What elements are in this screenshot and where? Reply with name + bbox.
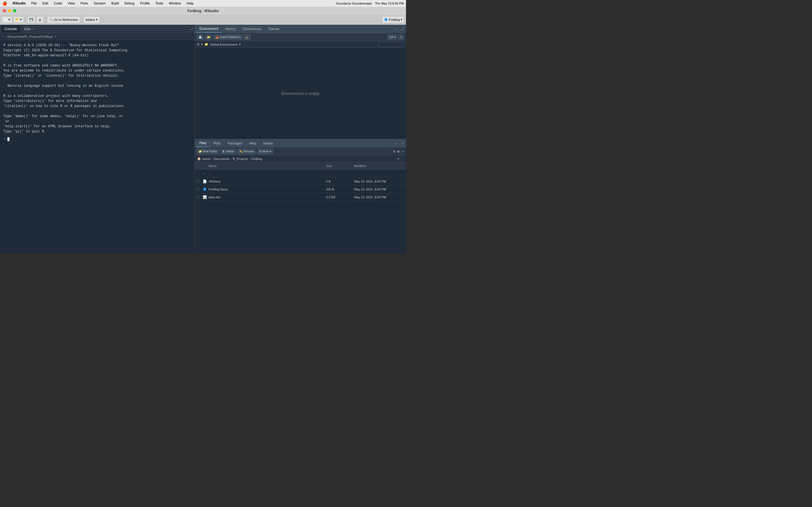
files-right-controls: ↻ ⊕ ⋯ xyxy=(393,150,404,154)
tab-connections[interactable]: Connections xyxy=(239,25,265,33)
file-icon-rproj: 🔷 xyxy=(203,187,207,191)
console-line-14 xyxy=(3,109,191,114)
menu-code[interactable]: Code xyxy=(53,1,63,5)
view-mode-select[interactable]: List ▾ xyxy=(388,34,397,40)
env-right-controls: List ▾ ↻ xyxy=(388,34,404,40)
console-line-13: 'citation()' on how to cite R or R packa… xyxy=(3,104,191,109)
menu-debug[interactable]: Debug xyxy=(123,1,136,5)
breadcrumb-forblog[interactable]: ForBlog xyxy=(251,157,262,161)
tab-history[interactable]: History xyxy=(222,25,239,33)
more-button[interactable]: ⚙ More ▾ xyxy=(257,149,273,154)
files-pane: Files Plots Packages Help Viewer — ⤢ xyxy=(195,139,406,253)
go-up-row[interactable]: ↑ .. xyxy=(195,170,406,177)
env-empty-message: Environment is empty xyxy=(195,48,406,139)
breadcrumb-right-icon-1[interactable]: ⊕ xyxy=(397,157,400,161)
files-refresh-icon[interactable]: ↻ xyxy=(393,150,396,154)
env-search-input[interactable] xyxy=(378,42,404,47)
toolbar-separator-3 xyxy=(82,17,82,22)
minimize-button[interactable] xyxy=(8,9,11,12)
tab-console[interactable]: Console xyxy=(1,25,20,33)
file-checkbox-xlsx[interactable] xyxy=(196,195,199,199)
header-name[interactable]: Name xyxy=(208,164,326,168)
file-size-rhistory: 0 B xyxy=(326,180,354,183)
env-toolbar: 💾 📂 📥 Import Dataset ▾ 🧹 List ▾ ↻ xyxy=(195,33,406,41)
breadcrumb-rprojects[interactable]: R_Projects xyxy=(233,157,248,161)
go-to-file-button[interactable]: 🔍 Go to file/function xyxy=(47,16,80,23)
breadcrumb-bar: 🏠 Home › Documents › R_Projects › ForBlo… xyxy=(195,156,406,162)
menu-plots[interactable]: Plots xyxy=(80,1,89,5)
file-modified-xlsx: May 13, 2021, 8:04 PM xyxy=(354,195,405,199)
sep-1: › xyxy=(212,157,213,161)
header-size[interactable]: Size xyxy=(326,164,354,168)
tab-tutorial[interactable]: Tutorial xyxy=(265,25,283,33)
console-tab-bar: Console Jobs ✕ ⤢ xyxy=(0,25,195,33)
mac-menubar: 🍎 RStudio File Edit Code View Plots Sess… xyxy=(0,0,406,7)
open-button[interactable]: 📂 ▾ xyxy=(13,16,24,23)
header-modified[interactable]: Modified xyxy=(354,164,405,168)
jobs-close-icon[interactable]: ✕ xyxy=(33,27,35,31)
save-button[interactable]: 💾 xyxy=(28,16,35,23)
main-toolbar: 📄 ▾ 📂 ▾ 💾 🖨 🔍 Go to file/function Addins… xyxy=(0,15,406,25)
menu-tools[interactable]: Tools xyxy=(154,1,164,5)
rename-button[interactable]: ✏️ Rename xyxy=(237,149,256,154)
save-env-button[interactable]: 💾 xyxy=(197,34,204,40)
tab-environment[interactable]: Environment xyxy=(196,25,221,33)
files-maximize-icon[interactable]: ⤢ xyxy=(400,141,405,145)
r-dropdown-icon[interactable]: ▾ xyxy=(201,43,203,46)
tab-plots[interactable]: Plots xyxy=(210,140,224,147)
tab-packages[interactable]: Packages xyxy=(224,140,246,147)
console-prompt[interactable]: > xyxy=(3,136,191,142)
datetime: Thu May 13 8:05 PM xyxy=(375,2,404,5)
addins-button[interactable]: Addins ▾ xyxy=(84,16,100,23)
env-maximize-icon[interactable]: ⤢ xyxy=(400,27,405,31)
menu-help[interactable]: Help xyxy=(186,1,195,5)
menu-build[interactable]: Build xyxy=(110,1,120,5)
files-minimize-icon[interactable]: — xyxy=(394,141,399,145)
tab-help[interactable]: Help xyxy=(246,140,260,147)
console-line-16: or xyxy=(3,119,191,124)
load-env-button[interactable]: 📂 xyxy=(205,34,212,40)
import-dataset-button[interactable]: 📥 Import Dataset ▾ xyxy=(213,34,243,40)
clear-env-button[interactable]: 🧹 xyxy=(244,34,251,40)
environment-pane: Environment History Connections Tutorial… xyxy=(195,25,406,139)
menu-profile[interactable]: Profile xyxy=(139,1,151,5)
menu-session[interactable]: Session xyxy=(93,1,107,5)
global-env-dropdown-icon[interactable]: ▾ xyxy=(239,43,241,46)
breadcrumb-documents[interactable]: Documents xyxy=(214,157,230,161)
project-button[interactable]: 🔷 ForBlog ▾ xyxy=(382,16,404,23)
console-line-15: Type 'demo()' for some demos, 'help()' f… xyxy=(3,114,191,119)
files-menu-icon[interactable]: ⋯ xyxy=(401,150,404,154)
right-panel: Environment History Connections Tutorial… xyxy=(195,25,406,253)
new-script-button[interactable]: 📄 ▾ xyxy=(2,16,12,23)
console-maximize-icon[interactable]: ⤢ xyxy=(190,27,193,31)
close-button[interactable] xyxy=(3,9,6,12)
console-line-3: Platform: x86_64-apple-darwin17.0 (64-bi… xyxy=(3,53,191,58)
breadcrumb-home[interactable]: Home xyxy=(202,157,210,161)
breadcrumb-right-icon-2[interactable]: ⋯ xyxy=(401,157,404,161)
menu-edit[interactable]: Edit xyxy=(41,1,49,5)
console-line-17: 'help.start()' for an HTML browser inter… xyxy=(3,124,191,129)
file-row-rproj[interactable]: 🔷 ForBlog.Rproj 205 B May 13, 2021, 8:04… xyxy=(195,185,406,193)
tab-jobs[interactable]: Jobs ✕ xyxy=(20,25,38,33)
tab-viewer[interactable]: Viewer xyxy=(260,140,276,147)
file-row-rhistory[interactable]: 📄 .Rhistory 0 B May 13, 2021, 8:03 PM xyxy=(195,177,406,185)
refresh-env-button[interactable]: ↻ xyxy=(398,34,404,40)
files-extra-icon[interactable]: ⊕ xyxy=(397,150,400,154)
menu-view[interactable]: View xyxy=(66,1,76,5)
console-line-5: R is free software and comes with ABSOLU… xyxy=(3,63,191,68)
env-minimize-icon[interactable]: — xyxy=(394,27,399,31)
new-folder-button[interactable]: 📁 New Folder xyxy=(197,149,219,154)
tab-files[interactable]: Files xyxy=(196,140,210,147)
print-button[interactable]: 🖨 xyxy=(36,16,43,23)
menu-file[interactable]: File xyxy=(30,1,38,5)
file-checkbox-rproj[interactable] xyxy=(196,187,199,191)
main-layout: Console Jobs ✕ ⤢ ~ ~/Documents/R_Project… xyxy=(0,25,406,253)
menu-window[interactable]: Window xyxy=(168,1,182,5)
path-link-icon[interactable]: ↗ xyxy=(54,35,56,38)
menu-rstudio[interactable]: RStudio xyxy=(11,1,27,5)
delete-button[interactable]: 🗑 Delete xyxy=(220,149,236,154)
file-checkbox-rhistory[interactable] xyxy=(196,180,199,183)
file-row-xlsx[interactable]: 📊 data.xlsx 9.2 KB May 13, 2021, 8:04 PM xyxy=(195,193,406,201)
window-title: ForBlog - RStudio xyxy=(187,9,218,13)
maximize-button[interactable] xyxy=(13,9,16,12)
